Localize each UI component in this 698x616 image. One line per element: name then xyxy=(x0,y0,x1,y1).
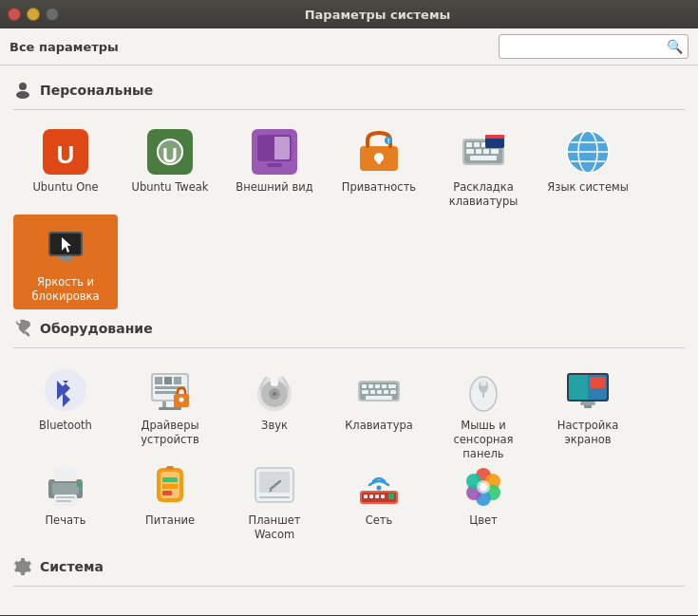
section-personal-title: Персональные xyxy=(40,83,153,98)
maximize-button[interactable] xyxy=(46,8,59,21)
icon-display[interactable]: Настройка экранов xyxy=(536,358,640,453)
svg-point-120 xyxy=(477,480,490,494)
person-icon xyxy=(13,81,32,100)
icon-power[interactable]: Питание xyxy=(118,453,222,548)
icon-color[interactable]: Цвет xyxy=(431,453,536,548)
icon-ubuntu-tweak-label: Ubuntu Tweak xyxy=(131,180,208,195)
icon-bluetooth-label: Bluetooth xyxy=(39,419,92,433)
search-icon: 🔍 xyxy=(667,39,683,54)
icon-power-label: Питание xyxy=(145,513,195,528)
section-system-title: Система xyxy=(40,559,104,574)
svg-rect-52 xyxy=(174,377,181,384)
icon-print[interactable]: Печать xyxy=(13,453,118,548)
icon-sound[interactable]: Звук xyxy=(222,358,327,453)
svg-point-61 xyxy=(273,392,276,396)
svg-rect-92 xyxy=(56,500,71,502)
svg-rect-80 xyxy=(481,379,486,386)
svg-rect-83 xyxy=(590,377,605,388)
icon-network[interactable]: Сеть xyxy=(327,453,431,548)
svg-point-113 xyxy=(377,486,382,491)
icon-display-label: Настройка экранов xyxy=(543,419,633,447)
svg-text:U: U xyxy=(57,140,75,169)
icon-privacy[interactable]: ! Приватность xyxy=(327,120,431,215)
svg-rect-31 xyxy=(485,135,504,139)
icon-appearance[interactable]: Внешний вид xyxy=(222,120,327,215)
svg-rect-21 xyxy=(474,142,480,147)
svg-rect-71 xyxy=(370,390,375,394)
icon-network-label: Сеть xyxy=(366,513,393,528)
title-bar: Параметры системы xyxy=(0,0,698,28)
svg-rect-91 xyxy=(56,496,75,498)
icon-brightness-label: Яркость и блокировка xyxy=(21,275,111,304)
icon-language[interactable]: Язык системы xyxy=(536,120,640,215)
icon-language-label: Язык системы xyxy=(547,180,628,195)
svg-rect-98 xyxy=(162,491,172,495)
section-personal: Персональные U Ubuntu One U xyxy=(13,81,685,309)
icon-keyboard-layout[interactable]: Раскладка клавиатуры xyxy=(431,120,536,215)
svg-rect-111 xyxy=(381,495,385,498)
svg-rect-66 xyxy=(368,384,373,388)
svg-rect-69 xyxy=(388,384,396,388)
icon-bluetooth[interactable]: Bluetooth xyxy=(13,358,118,453)
svg-point-57 xyxy=(179,398,184,402)
main-content: Персональные U Ubuntu One U xyxy=(0,65,698,615)
svg-rect-67 xyxy=(375,384,380,388)
section-hardware-title: Оборудование xyxy=(40,321,153,336)
icon-keyboard-layout-label: Раскладка клавиатуры xyxy=(439,180,529,209)
svg-rect-24 xyxy=(466,149,474,154)
svg-rect-20 xyxy=(466,142,472,147)
svg-rect-110 xyxy=(375,495,379,498)
svg-rect-55 xyxy=(159,407,181,410)
svg-rect-93 xyxy=(77,483,81,487)
icon-brightness[interactable]: Яркость и блокировка xyxy=(13,215,118,309)
svg-rect-70 xyxy=(362,390,368,394)
svg-rect-96 xyxy=(162,477,178,482)
minimize-button[interactable] xyxy=(27,8,40,21)
close-button[interactable] xyxy=(8,8,21,21)
svg-rect-73 xyxy=(384,390,388,394)
svg-rect-86 xyxy=(584,405,592,408)
svg-rect-88 xyxy=(52,483,79,495)
icon-ubuntu-one-label: Ubuntu One xyxy=(32,180,98,195)
icon-keyboard-label: Клавиатура xyxy=(345,419,413,433)
icon-sound-label: Звук xyxy=(261,419,288,433)
icon-color-label: Цвет xyxy=(469,513,497,528)
gear-icon xyxy=(13,557,32,576)
svg-rect-89 xyxy=(54,468,77,481)
section-personal-header: Персональные xyxy=(13,81,685,100)
icon-ubuntu-one[interactable]: U Ubuntu One xyxy=(13,120,118,215)
svg-rect-68 xyxy=(382,384,387,388)
svg-rect-102 xyxy=(259,472,290,493)
svg-text:!: ! xyxy=(387,138,389,145)
svg-rect-84 xyxy=(569,375,588,400)
icon-drivers[interactable]: Драйверы устройств xyxy=(118,358,222,453)
svg-rect-72 xyxy=(377,390,382,394)
svg-rect-112 xyxy=(388,494,394,499)
section-hardware: Оборудование Bluetooth xyxy=(13,319,685,548)
icon-tablet[interactable]: Планшет Wacom xyxy=(222,453,327,548)
svg-rect-74 xyxy=(390,390,396,394)
svg-rect-15 xyxy=(377,158,381,164)
search-input[interactable] xyxy=(499,34,689,59)
icon-ubuntu-tweak[interactable]: U Ubuntu Tweak xyxy=(118,120,222,215)
icon-keyboard[interactable]: Клавиатура xyxy=(327,358,431,453)
svg-rect-75 xyxy=(366,396,392,400)
svg-point-0 xyxy=(19,83,27,90)
icon-privacy-label: Приватность xyxy=(342,180,416,195)
svg-rect-50 xyxy=(155,391,178,394)
svg-rect-105 xyxy=(259,496,290,498)
toolbar: Все параметры 🔍 xyxy=(0,28,698,65)
svg-rect-65 xyxy=(362,384,367,388)
icon-mouse[interactable]: Мышь и сенсорная панель xyxy=(431,358,536,453)
svg-rect-26 xyxy=(483,149,489,154)
window-title: Параметры системы xyxy=(65,8,690,22)
search-box: 🔍 xyxy=(499,34,689,59)
svg-rect-12 xyxy=(267,163,282,167)
svg-rect-44 xyxy=(62,259,69,262)
svg-rect-48 xyxy=(155,377,162,384)
svg-point-1 xyxy=(16,91,29,99)
svg-rect-27 xyxy=(491,149,499,154)
icon-tablet-label: Планшет Wacom xyxy=(230,513,320,542)
svg-rect-85 xyxy=(580,401,595,405)
svg-rect-28 xyxy=(470,156,497,160)
